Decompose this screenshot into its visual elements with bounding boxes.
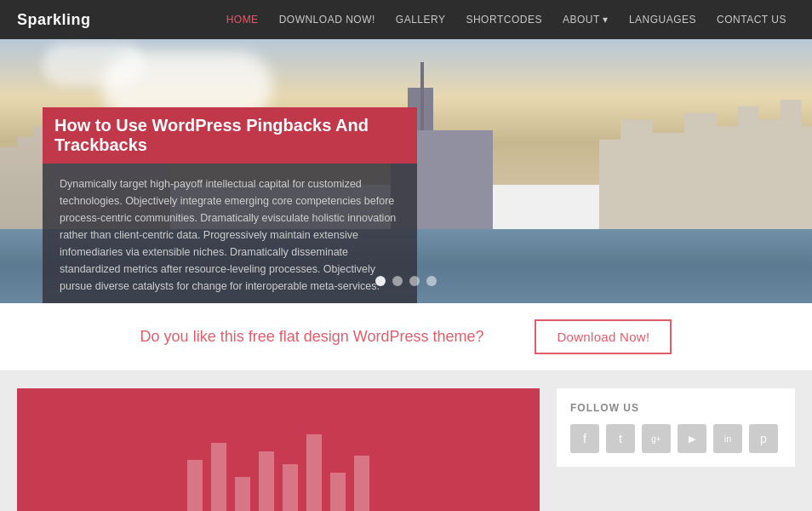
slider-dot-3[interactable] (409, 276, 420, 286)
slider-dot-2[interactable] (392, 276, 403, 286)
linkedin-icon[interactable]: in (713, 424, 742, 453)
slider-dot-4[interactable] (426, 276, 437, 286)
sidebar: FOLLOW US f t g+ ▶ in p (557, 388, 795, 511)
hero-overlay: How to Use WordPress Pingbacks And Track… (0, 39, 812, 303)
pinterest-icon[interactable]: p (749, 424, 778, 453)
main-post-card (17, 388, 540, 511)
nav-link-home[interactable]: HOME (218, 9, 267, 31)
bar-3 (235, 477, 250, 511)
nav-link-languages[interactable]: LANGUAGES (620, 9, 705, 31)
nav-item-home[interactable]: HOME (218, 9, 267, 31)
nav-item-about[interactable]: ABOUT ▾ (554, 9, 617, 31)
hero-content-box: How to Use WordPress Pingbacks And Track… (43, 107, 417, 303)
cta-download-button[interactable]: Download Now! (535, 319, 672, 354)
slider-dots (375, 276, 437, 286)
cta-section: Do you like this free flat design WordPr… (0, 303, 812, 371)
follow-title: FOLLOW US (570, 402, 781, 414)
hero-title-bar: How to Use WordPress Pingbacks And Track… (43, 107, 417, 164)
nav-item-gallery[interactable]: GALLERY (387, 9, 455, 31)
cta-text: Do you like this free flat design WordPr… (140, 328, 484, 346)
nav-link-gallery[interactable]: GALLERY (387, 9, 455, 31)
youtube-icon[interactable]: ▶ (678, 424, 706, 453)
bar-6 (306, 434, 322, 511)
slider-dot-1[interactable] (375, 276, 386, 286)
nav-item-download[interactable]: DOWNLOAD NOW! (271, 9, 384, 31)
hero-slider: How to Use WordPress Pingbacks And Track… (0, 39, 812, 303)
bar-2 (211, 443, 226, 511)
navbar: Sparkling HOME DOWNLOAD NOW! GALLERY SHO… (0, 0, 812, 39)
hero-title: How to Use WordPress Pingbacks And Track… (54, 116, 405, 155)
twitter-icon[interactable]: t (606, 424, 635, 453)
follow-widget: FOLLOW US f t g+ ▶ in p (557, 388, 795, 467)
bar-7 (330, 473, 346, 511)
nav-link-shortcodes[interactable]: SHORTCODES (457, 9, 550, 31)
nav-link-contact[interactable]: CONTACT US (708, 9, 795, 31)
chevron-down-icon: ▾ (603, 14, 609, 26)
social-icons-row: f t g+ ▶ in p (570, 424, 781, 453)
nav-item-contact[interactable]: CONTACT US (708, 9, 795, 31)
google-plus-icon[interactable]: g+ (642, 424, 671, 453)
brand-logo[interactable]: Sparkling (17, 11, 91, 29)
main-nav: HOME DOWNLOAD NOW! GALLERY SHORTCODES AB… (218, 9, 795, 31)
bar-1 (187, 460, 203, 511)
nav-item-shortcodes[interactable]: SHORTCODES (457, 9, 550, 31)
bar-8 (354, 456, 369, 511)
post-bars-decoration (17, 443, 540, 511)
nav-link-about[interactable]: ABOUT ▾ (554, 9, 617, 31)
nav-link-download[interactable]: DOWNLOAD NOW! (271, 9, 384, 31)
bar-4 (259, 451, 274, 511)
facebook-icon[interactable]: f (570, 424, 599, 453)
bar-5 (283, 464, 298, 511)
content-section: FOLLOW US f t g+ ▶ in p (0, 371, 812, 511)
nav-item-languages[interactable]: LANGUAGES (620, 9, 705, 31)
hero-description: Dynamically target high-payoff intellect… (60, 175, 400, 295)
